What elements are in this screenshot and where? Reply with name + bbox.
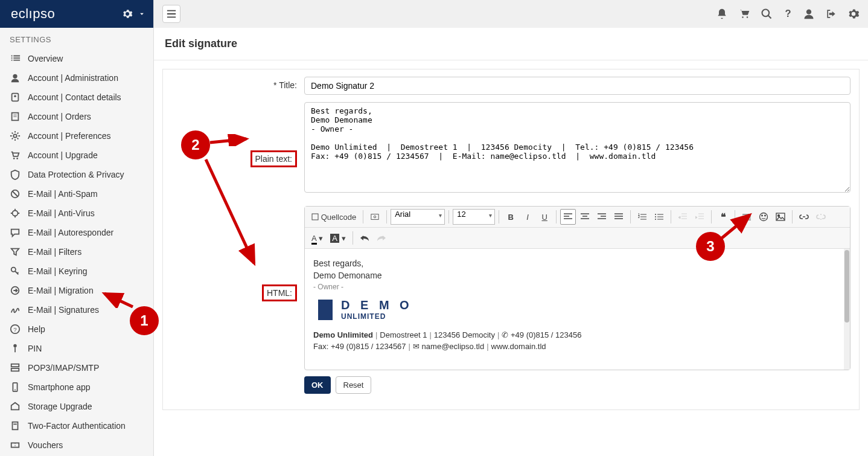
- svg-rect-14: [11, 364, 19, 367]
- editor-body[interactable]: Best regards, Demo Demoname - Owner - D …: [305, 249, 850, 370]
- bg-color-button[interactable]: A ▾: [327, 230, 348, 246]
- key-icon: [10, 266, 21, 277]
- annotation-circle-2: 2: [181, 130, 210, 159]
- unordered-list-button[interactable]: [651, 209, 667, 225]
- sidebar-item-10[interactable]: E-Mail | Filters: [0, 242, 153, 262]
- sidebar-item-7[interactable]: E-Mail | Anti-Spam: [0, 184, 153, 204]
- svg-point-30: [655, 214, 656, 215]
- indent-button[interactable]: [692, 209, 707, 225]
- sidebar-item-label: PIN: [28, 344, 42, 353]
- plaintext-textarea[interactable]: [304, 102, 850, 193]
- sidebar-item-label: E-Mail | Filters: [28, 247, 81, 257]
- align-left-button[interactable]: [560, 209, 576, 225]
- svg-point-8: [13, 211, 18, 216]
- search-icon[interactable]: [761, 8, 773, 20]
- sidebar: eclıpso SETTINGS OverviewAccount | Admin…: [0, 0, 154, 456]
- sidebar-item-1[interactable]: Account | Administration: [0, 68, 153, 88]
- sidebar-item-8[interactable]: E-Mail | Anti-Virus: [0, 204, 153, 223]
- cart-icon[interactable]: [738, 8, 751, 20]
- sidebar-item-label: Smartphone app: [28, 382, 91, 392]
- italic-button[interactable]: I: [520, 209, 535, 225]
- title-label: * Title:: [171, 77, 304, 90]
- hamburger-button[interactable]: [162, 5, 180, 23]
- scrollbar-thumb[interactable]: [844, 250, 849, 323]
- sidebar-item-label: Account | Preferences: [28, 131, 110, 141]
- sidebar-item-label: Account | Contact details: [28, 92, 121, 102]
- sidebar-item-6[interactable]: Data Protection & Privacy: [0, 165, 153, 184]
- sig-address-line2: Fax: +49 (0)815 / 1234567|✉ name@eclipso…: [313, 342, 841, 351]
- chat-icon: [10, 227, 21, 238]
- chevron-down-icon[interactable]: [138, 10, 146, 18]
- font-family-select[interactable]: Arial: [391, 209, 445, 225]
- help-icon[interactable]: ?: [782, 8, 793, 20]
- sig-greeting: Best regards,: [313, 259, 841, 268]
- source-button[interactable]: Quellcode: [308, 209, 359, 225]
- svg-point-2: [14, 95, 16, 97]
- unlink-button[interactable]: [813, 209, 829, 225]
- logout-icon[interactable]: [825, 8, 838, 20]
- svg-line-40: [206, 159, 254, 263]
- sidebar-item-16[interactable]: POP3/IMAP/SMTP: [0, 358, 153, 377]
- gear-icon[interactable]: [122, 8, 133, 19]
- svg-rect-26: [371, 214, 378, 220]
- sidebar-item-9[interactable]: E-Mail | Autoresponder: [0, 223, 153, 242]
- annotation-arrow-3: [720, 211, 756, 242]
- link-button[interactable]: [796, 209, 812, 225]
- text-color-button[interactable]: A ▾: [308, 230, 326, 246]
- sidebar-item-5[interactable]: Account | Upgrade: [0, 146, 153, 165]
- shield-icon: [10, 169, 21, 180]
- logo-square: [318, 300, 333, 320]
- annotation-circle-1: 1: [130, 306, 159, 335]
- align-justify-button[interactable]: [611, 209, 627, 225]
- emoji-button[interactable]: [756, 209, 771, 225]
- phone-icon: [10, 382, 21, 393]
- svg-point-34: [762, 215, 763, 216]
- sidebar-item-label: Data Protection & Privacy: [28, 170, 124, 179]
- align-right-button[interactable]: [594, 209, 610, 225]
- title-input[interactable]: [304, 77, 850, 95]
- sidebar-item-2[interactable]: Account | Contact details: [0, 88, 153, 107]
- reset-button[interactable]: Reset: [336, 376, 372, 394]
- server-icon: [10, 362, 21, 373]
- svg-point-6: [16, 158, 18, 159]
- sig-owner: - Owner -: [313, 283, 841, 291]
- sidebar-item-label: E-Mail | Anti-Virus: [28, 208, 95, 218]
- redo-button[interactable]: [374, 230, 389, 246]
- svg-point-22: [762, 10, 770, 17]
- svg-point-9: [11, 268, 16, 272]
- sidebar-item-label: E-Mail | Keyring: [28, 266, 88, 276]
- sidebar-item-label: Overview: [28, 54, 63, 63]
- ordered-list-button[interactable]: 12: [634, 209, 650, 225]
- svg-point-31: [655, 216, 656, 217]
- undo-button[interactable]: [357, 230, 372, 246]
- outdent-button[interactable]: [675, 209, 691, 225]
- html-editor: Quellcode Arial 12 B I U: [304, 206, 850, 370]
- sidebar-item-label: Account | Upgrade: [28, 150, 98, 160]
- sidebar-item-3[interactable]: Account | Orders: [0, 107, 153, 126]
- sidebar-item-11[interactable]: E-Mail | Keyring: [0, 262, 153, 281]
- signature-icon: [10, 304, 21, 315]
- underline-button[interactable]: U: [537, 209, 552, 225]
- sidebar-item-19[interactable]: Two-Factor Authentication: [0, 416, 153, 435]
- sidebar-item-0[interactable]: Overview: [0, 49, 153, 68]
- sidebar-item-17[interactable]: Smartphone app: [0, 377, 153, 397]
- sidebar-item-4[interactable]: Account | Preferences: [0, 126, 153, 146]
- page-title: Edit signature: [154, 28, 868, 60]
- sidebar-item-20[interactable]: Vouchers: [0, 435, 153, 455]
- font-size-select[interactable]: 12: [453, 209, 495, 225]
- gear-icon[interactable]: [847, 8, 860, 20]
- image-button[interactable]: [773, 209, 788, 225]
- preview-button[interactable]: [367, 209, 383, 225]
- align-center-button[interactable]: [577, 209, 593, 225]
- bell-icon[interactable]: [716, 8, 728, 20]
- list-icon: [10, 53, 21, 64]
- sidebar-item-15[interactable]: PIN: [0, 339, 153, 358]
- svg-point-35: [765, 215, 766, 216]
- ok-button[interactable]: OK: [304, 376, 331, 394]
- user-icon[interactable]: [803, 8, 815, 20]
- sidebar-item-label: Vouchers: [28, 440, 63, 450]
- bold-button[interactable]: B: [503, 209, 519, 225]
- sidebar-item-18[interactable]: Storage Upgrade: [0, 397, 153, 416]
- sidebar-header: eclıpso: [0, 0, 153, 28]
- sidebar-item-label: E-Mail | Anti-Spam: [28, 189, 98, 199]
